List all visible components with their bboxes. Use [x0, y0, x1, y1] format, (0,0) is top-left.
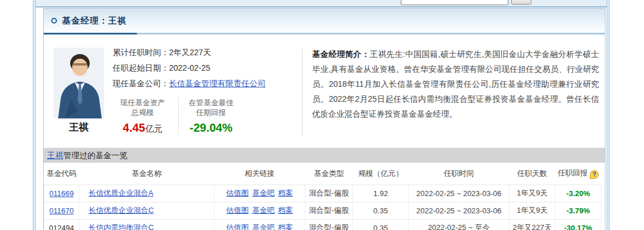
manager-photo: [53, 48, 104, 118]
manager-bio: 基金经理简介：王祺先生:中国国籍,硕士研究生,美国旧金山大学金融分析学硕士毕业,…: [312, 47, 599, 121]
related-link[interactable]: 档案: [278, 223, 293, 230]
manager-info-line: 任职起始日期：2022-02-25: [113, 60, 266, 76]
fund-type-cell: 混合型-偏股: [305, 185, 353, 202]
column-header-0: 基金代码: [44, 163, 79, 185]
column-header-1: 基金名称: [79, 163, 214, 185]
tenure-period-cell: 2022-02-25 ~ 至今: [409, 219, 509, 230]
column-header-6: 任职天数: [509, 163, 555, 185]
stat-unit: 亿元: [145, 124, 162, 133]
related-link[interactable]: 基金吧: [252, 189, 275, 197]
tenure-days-cell: 1年又9天: [509, 185, 555, 202]
fund-name-cell: 长信优质企业混合A: [79, 185, 214, 202]
fund-scale-cell: 0.35: [353, 219, 409, 230]
manager-info-line: 累计任职时间：2年又227天: [113, 45, 266, 60]
stat-value: 4.45亿元: [107, 121, 178, 135]
stat-value: -29.04%: [179, 121, 243, 135]
fund-name-link[interactable]: 长信优质企业混合C: [89, 206, 154, 214]
fund-type-cell: 混合型-偏股: [305, 202, 353, 219]
stat-label: 现任基金资产: [107, 98, 178, 108]
bio-label: 基金经理简介：: [312, 49, 370, 59]
search-button[interactable]: [511, 0, 531, 5]
tenure-days-cell: 2年又227天: [509, 219, 555, 230]
related-link[interactable]: 估值图: [227, 206, 249, 214]
table-row: 011669长信优质企业混合A估值图基金吧档案混合型-偏股1.922022-02…: [44, 185, 601, 202]
info-label: 累计任职时间：: [113, 48, 169, 57]
column-header-7: 任职回报?: [555, 163, 601, 185]
info-value: 2022-02-25: [169, 63, 210, 72]
vertical-divider: [302, 49, 302, 136]
related-link[interactable]: 基金吧: [252, 206, 275, 214]
manager-summary: 王祺 累计任职时间：2年又227天任职起始日期：2022-02-25现任基金公司…: [44, 34, 605, 148]
circle-bullet-icon: [51, 18, 57, 24]
fund-code-cell: 011670: [44, 202, 79, 219]
fund-code-cell: 011669: [44, 185, 79, 202]
stat-number: 4.45: [123, 121, 145, 134]
stat-number: -29.04%: [190, 121, 233, 134]
info-label: 现任基金公司：: [113, 79, 169, 88]
fund-list-title: 管理过的基金一览: [63, 151, 128, 160]
manager-info-line: 现任基金公司：长信基金管理有限责任公司: [113, 76, 266, 91]
manager-panel: 基金经理：王祺 王祺 累计任职时间：2年又227天任职起始日期：2022-02: [43, 8, 605, 230]
manager-stats: 现任基金资产总规模4.45亿元在管基金最佳任期回报-29.04%: [107, 97, 243, 135]
fund-name-cell: 长信优质企业混合C: [79, 202, 214, 219]
manager-name-link[interactable]: 王祺: [47, 151, 63, 160]
tenure-period-cell: 2022-02-25 ~ 2023-03-06: [409, 202, 509, 219]
manager-info-list: 累计任职时间：2年又227天任职起始日期：2022-02-25现任基金公司：长信…: [113, 45, 266, 91]
page-title: 基金经理：王祺: [62, 16, 126, 26]
tenure-period-cell: 2022-02-25 ~ 2023-03-06: [409, 185, 509, 202]
fund-company-link[interactable]: 长信基金管理有限责任公司: [169, 79, 266, 88]
stat-label: 总规模: [107, 108, 178, 117]
fund-list-title-bar: 王祺管理过的基金一览: [44, 148, 605, 163]
fund-name-cell: 长信内需均衡混合C: [79, 219, 214, 230]
related-link[interactable]: 档案: [278, 189, 293, 197]
stat-block: 在管基金最佳任期回报-29.04%: [179, 97, 243, 135]
column-header-3: 基金类型: [305, 163, 353, 185]
related-links-cell: 估值图基金吧档案: [214, 219, 305, 230]
fund-code-link[interactable]: 011670: [49, 206, 74, 215]
table-row: 011670长信优质企业混合C估值图基金吧档案混合型-偏股0.352022-02…: [44, 202, 601, 219]
column-header-4: 规模（亿元）: [353, 163, 409, 185]
bio-text: 王祺先生:中国国籍,硕士研究生,美国旧金山大学金融分析学硕士毕业,具有基金从业资…: [312, 49, 599, 118]
related-link[interactable]: 档案: [278, 206, 293, 214]
fund-scale-cell: 1.92: [353, 185, 409, 202]
related-links-cell: 估值图基金吧档案: [214, 202, 305, 219]
tenure-return-cell: -30.17%: [555, 219, 601, 230]
panel-header: 基金经理：王祺: [44, 9, 605, 33]
related-link[interactable]: 估值图: [227, 189, 249, 197]
stat-label: 在管基金最佳: [179, 98, 243, 108]
related-links-cell: 估值图基金吧档案: [214, 185, 305, 202]
fund-table-header-row: 基金代码基金名称相关链接基金类型规模（亿元）任职时间任职天数任职回报?: [44, 163, 601, 185]
fund-type-cell: 混合型-偏股: [305, 219, 353, 230]
tenure-days-cell: 1年又9天: [509, 202, 555, 219]
tenure-return-cell: -3.20%: [555, 185, 601, 202]
tenure-return-cell: -3.79%: [555, 202, 601, 219]
fund-code-link[interactable]: 011669: [49, 189, 74, 198]
fund-name-link[interactable]: 长信内需均衡混合C: [89, 223, 154, 230]
stat-block: 现任基金资产总规模4.45亿元: [107, 97, 178, 135]
manager-name: 王祺: [53, 121, 104, 134]
fund-table: 基金代码基金名称相关链接基金类型规模（亿元）任职时间任职天数任职回报? 0116…: [44, 163, 601, 230]
fund-table-body: 011669长信优质企业混合A估值图基金吧档案混合型-偏股1.922022-02…: [44, 185, 601, 230]
fund-scale-cell: 0.35: [353, 202, 409, 219]
portrait-illustration: [53, 48, 104, 118]
stat-label: 任期回报: [179, 108, 243, 117]
page-left-border: [33, 0, 36, 230]
fund-code-cell: 012494: [44, 219, 79, 230]
related-link[interactable]: 估值图: [227, 223, 249, 230]
search-input[interactable]: [401, 0, 508, 5]
fund-code: 012494: [49, 224, 74, 230]
help-question-icon[interactable]: ?: [590, 170, 599, 179]
info-value: 2年又227天: [169, 48, 211, 57]
page: 基金经理：王祺 王祺 累计任职时间：2年又227天任职起始日期：2022-02: [0, 0, 644, 230]
column-header-5: 任职时间: [409, 163, 509, 185]
fund-name-link[interactable]: 长信优质企业混合A: [89, 189, 154, 197]
info-label: 任职起始日期：: [113, 63, 169, 72]
related-link[interactable]: 基金吧: [252, 223, 275, 230]
column-header-2: 相关链接: [214, 163, 305, 185]
page-right-border: [607, 0, 610, 230]
table-row: 012494长信内需均衡混合C估值图基金吧档案混合型-偏股0.352022-02…: [44, 219, 601, 230]
